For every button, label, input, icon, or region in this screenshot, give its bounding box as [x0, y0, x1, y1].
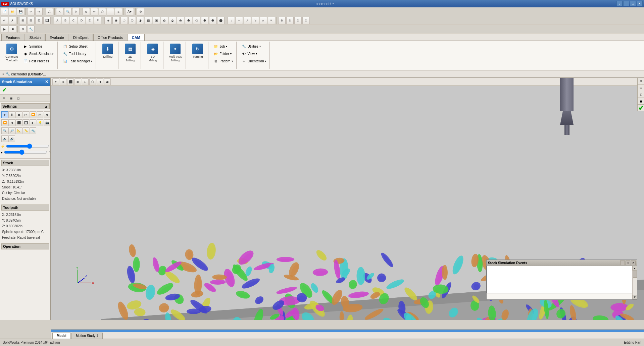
- tb2-btn14[interactable]: ◉: [112, 17, 120, 24]
- tab-sketch[interactable]: Sketch: [25, 34, 45, 41]
- orientation-button[interactable]: ⊹ Orientation ▾: [240, 58, 268, 64]
- tb2-btn20[interactable]: ◐: [161, 17, 168, 24]
- drilling-button[interactable]: ⬇ Drilling: [99, 43, 116, 59]
- generate-toolpath-button[interactable]: ⚙ GenerateToolpath: [3, 43, 20, 63]
- view-button[interactable]: 👁 View ▾: [240, 50, 268, 57]
- tab-features[interactable]: Features: [1, 34, 24, 41]
- restore-button[interactable]: □: [630, 1, 636, 6]
- dim-btn[interactable]: ↔: [107, 8, 114, 15]
- tb3-btn1[interactable]: ▶: [1, 25, 8, 33]
- tb2-btn6[interactable]: 🔲: [43, 17, 51, 24]
- tb2-btn2[interactable]: ✗: [9, 17, 16, 24]
- close-button[interactable]: ✕: [637, 1, 643, 6]
- options-btn[interactable]: ⚙: [137, 8, 144, 15]
- simulate-button[interactable]: ▶ Simulate: [21, 43, 55, 50]
- tb2-btn34[interactable]: ⊕: [278, 17, 286, 24]
- tb2-btn25[interactable]: ⬢: [201, 17, 208, 24]
- tb2-btn32[interactable]: ↙: [260, 17, 267, 24]
- speed-slider[interactable]: [6, 145, 49, 148]
- events-scroll-up[interactable]: ▲: [633, 266, 637, 271]
- tab-cam[interactable]: CAM: [128, 34, 145, 41]
- pause-btn[interactable]: ⏸: [8, 111, 15, 118]
- tb2-btn17[interactable]: ◑: [137, 17, 144, 24]
- right-btn-1[interactable]: ⊕: [638, 78, 644, 84]
- tb2-btn9[interactable]: C: [70, 17, 77, 24]
- tb2-btn7[interactable]: A: [54, 17, 61, 24]
- measure-btn1[interactable]: 📐: [15, 127, 22, 134]
- tb2-btn1[interactable]: ✔: [1, 17, 8, 24]
- tb2-btn11[interactable]: E: [86, 17, 93, 24]
- sketch-btn[interactable]: ✏: [91, 8, 98, 15]
- tb2-btn10[interactable]: D: [78, 17, 85, 24]
- panel-icon-3[interactable]: ◻: [15, 95, 21, 101]
- tb2-btn21[interactable]: ◒: [169, 17, 176, 24]
- stop-btn[interactable]: ⏹: [15, 111, 22, 118]
- fast-fwd-btn[interactable]: ⏩: [30, 111, 36, 118]
- events-scroll-thumb[interactable]: [633, 271, 637, 278]
- print-btn[interactable]: 🖨: [46, 8, 53, 15]
- pattern-button[interactable]: ⊞ Pattern ▾: [212, 58, 234, 64]
- turning-button[interactable]: ↻ Turning: [189, 43, 206, 59]
- settings-collapse[interactable]: ▲: [44, 104, 48, 108]
- vol-down-btn[interactable]: 🔈: [1, 135, 8, 142]
- step-fwd-btn[interactable]: ⏭: [22, 111, 29, 118]
- zoom-out-btn[interactable]: 🔎: [8, 127, 15, 134]
- stock-simulation-button[interactable]: ◉ Stock Simulation: [21, 50, 55, 57]
- tb2-btn30[interactable]: ↗: [244, 17, 251, 24]
- play-btn[interactable]: ▶: [1, 111, 8, 118]
- brightness-slider[interactable]: [4, 151, 47, 154]
- accept-button[interactable]: ✔: [1, 87, 7, 94]
- step-back-btn[interactable]: ⏮: [37, 111, 43, 118]
- tb2-btn5[interactable]: ⊠: [35, 17, 43, 24]
- setup-sheet-button[interactable]: 📋 Setup Sheet: [61, 43, 94, 50]
- smart-btn[interactable]: S: [115, 8, 122, 15]
- viewport[interactable]: ▾ ◈ ⬛ ◉ □ ⬡ ◑ ◕ X Y Z: [51, 78, 644, 320]
- measure-btn2[interactable]: 📏: [22, 127, 29, 134]
- tb2-btn27[interactable]: ⬤: [217, 17, 225, 24]
- multi-axis-button[interactable]: ✦ Multi-AxisMilling: [167, 43, 184, 63]
- tb3-btn2[interactable]: ⏹: [9, 25, 16, 33]
- tb2-btn15[interactable]: ◌: [120, 17, 128, 24]
- tb2-btn4[interactable]: ⊟: [27, 17, 35, 24]
- tb2-btn26[interactable]: ⬣: [209, 17, 216, 24]
- panel-close-button[interactable]: ✕: [45, 79, 48, 84]
- view-btn4[interactable]: 💡: [37, 119, 43, 126]
- tool-library-button[interactable]: 🔧 Tool Library: [61, 50, 94, 57]
- tb2-btn12[interactable]: F: [94, 17, 101, 24]
- screw-btn[interactable]: 🔩: [30, 127, 36, 134]
- camera-btn[interactable]: 📷: [44, 119, 50, 126]
- events-close-btn[interactable]: ✕: [631, 261, 636, 265]
- back-btn[interactable]: ◀: [8, 119, 15, 126]
- rotate-btn[interactable]: ↻: [72, 8, 80, 15]
- right-accept-btn[interactable]: ✔: [638, 105, 644, 111]
- new-btn[interactable]: 📄: [1, 8, 8, 15]
- save-btn[interactable]: 💾: [17, 8, 24, 15]
- tb2-btn33[interactable]: ↖: [268, 17, 275, 24]
- tb2-btn3[interactable]: ⊞: [19, 17, 27, 24]
- record-btn[interactable]: ⏺: [44, 111, 50, 118]
- view-btn2[interactable]: 🔲: [22, 119, 29, 126]
- undo-btn[interactable]: ↩: [27, 8, 35, 15]
- tb2-btn22[interactable]: ◓: [177, 17, 184, 24]
- zoom-in-btn[interactable]: 🔍: [1, 127, 8, 134]
- events-scroll-down[interactable]: ▼: [633, 295, 637, 299]
- appearance-btn[interactable]: A▾: [125, 8, 134, 15]
- job-button[interactable]: 📁 Job ▾: [212, 43, 234, 50]
- tb2-btn24[interactable]: ⬠: [193, 17, 200, 24]
- utilities-button[interactable]: 🔧 Utilities ▾: [240, 43, 268, 50]
- tb2-btn36[interactable]: ⊘: [294, 17, 302, 24]
- panel-icon-1[interactable]: ⊕: [1, 95, 7, 101]
- tb2-btn31[interactable]: ↘: [252, 17, 259, 24]
- tb2-btn35[interactable]: ⊗: [286, 17, 294, 24]
- task-manager-button[interactable]: 📊 Task Manager ▾: [61, 58, 94, 64]
- tb3-btn3[interactable]: ⚙: [19, 25, 27, 33]
- events-input[interactable]: [489, 268, 635, 274]
- view-btn1[interactable]: ⬛: [15, 119, 22, 126]
- post-process-button[interactable]: 📄 Post Process: [21, 58, 55, 64]
- zoom-btn[interactable]: 🔍: [64, 8, 71, 15]
- 3d-milling-button[interactable]: ◈ 3DMilling: [144, 43, 161, 63]
- right-btn-2[interactable]: ⊟: [638, 84, 644, 91]
- tb2-btn23[interactable]: ⬟: [185, 17, 192, 24]
- tb3-btn4[interactable]: 🔧: [27, 25, 35, 33]
- tab-dimxpert[interactable]: DimXpert: [69, 34, 93, 41]
